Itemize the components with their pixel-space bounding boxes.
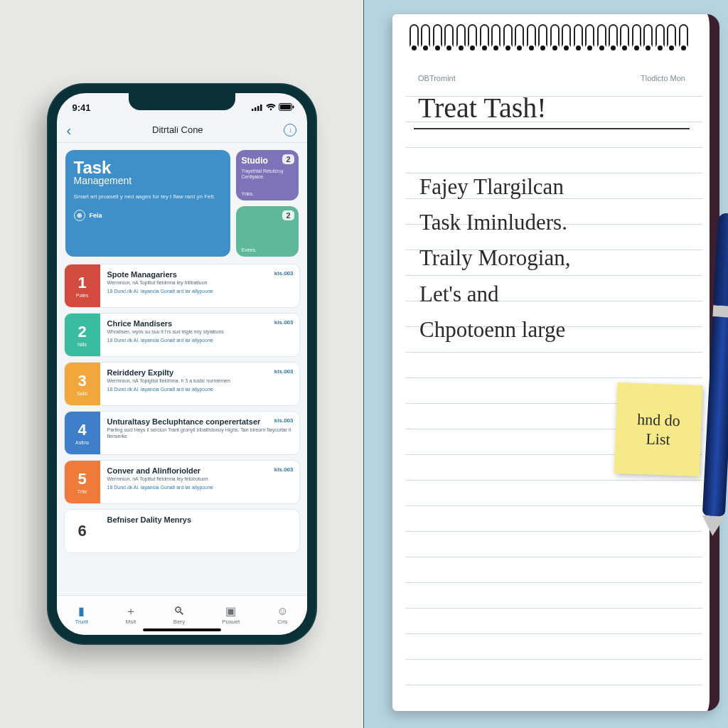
right-panel: OBTromint Tlodicto Mon Treat Tash! Fajey…	[364, 0, 728, 728]
list-number-badge: 3Sails	[65, 363, 100, 405]
phone-screen: 9:41 ‹ Ditrtali Cone ↓	[57, 93, 307, 635]
list-item[interactable]: 4Astins kls.003Unturaltasy Becluphtance …	[64, 411, 300, 455]
svg-rect-0	[252, 109, 254, 111]
tab-profile[interactable]: ☺Cris	[277, 606, 288, 625]
hero-chip[interactable]: ⊕ Feia	[74, 210, 102, 221]
side-badge: 2	[282, 154, 294, 164]
notebook-header-right: Tlodicto Mon	[641, 74, 685, 82]
list-item[interactable]: 1Poles kls.003Spote ManagariersWermnion,…	[64, 264, 300, 308]
side-card-secondary[interactable]: 2 Evees.	[236, 206, 299, 257]
tab-search[interactable]: 🔍︎Bery	[173, 606, 185, 625]
nav-bar: ‹ Ditrtali Cone ↓	[57, 117, 307, 143]
notebook-header-left: OBTromint	[418, 74, 456, 82]
list-number-badge: 4Astins	[65, 412, 100, 454]
hero-row: Task Management Smart art proasell y ned…	[57, 143, 307, 264]
tab-label: Msit	[126, 619, 136, 625]
signal-icon	[252, 102, 263, 113]
grid-icon: ▣	[225, 606, 236, 617]
row-tag: kls.003	[274, 319, 294, 326]
task-list: 1Poles kls.003Spote ManagariersWermnion,…	[57, 264, 307, 553]
row-title: Unturaltasy Becluphtance conperertatser	[107, 417, 294, 426]
list-item[interactable]: 6 Befniser Dality Menrys	[64, 509, 300, 553]
row-title: Befniser Dality Menrys	[107, 515, 294, 524]
svg-rect-2	[257, 106, 259, 111]
hero-title: Task	[74, 159, 222, 176]
side-badge: 2	[282, 210, 294, 220]
list-item[interactable]: 3Sails kls.003Reiriddery ExpiltyWermnion…	[64, 362, 300, 406]
notebook-spiral	[410, 24, 688, 57]
row-desc: Wermnion, nA Topigitut fieldmna. h 3 a t…	[107, 378, 294, 385]
row-meta: 18 Dund.dk Al. layancia Gonalt ard lar a…	[107, 289, 294, 294]
tab-add[interactable]: ＋Msit	[125, 606, 136, 625]
hero-chip-icon: ⊕	[74, 210, 85, 221]
hero-card-task-management[interactable]: Task Management Smart art proasell y ned…	[65, 150, 230, 257]
row-desc: Whratisen, wyns su suu lt l'rs sud trigl…	[107, 329, 294, 336]
svg-rect-5	[280, 105, 291, 109]
back-button[interactable]: ‹	[67, 123, 72, 137]
row-title: Conver and Alinfloriolder	[107, 466, 294, 475]
home-icon: ▮	[78, 606, 85, 617]
status-time: 9:41	[73, 102, 91, 113]
side-desc: Trayethtal Retolicroy Centlyaloe.	[242, 168, 293, 180]
side-card-studio[interactable]: 2 Studio Trayethtal Retolicroy Centlyalo…	[236, 150, 299, 200]
row-desc: Wermnion, nA Topitiut fieldmna ley hitib…	[107, 280, 294, 287]
list-number-badge: 1Poles	[65, 264, 100, 307]
hero-subtitle: Management	[74, 175, 222, 186]
notebook-title-underline	[414, 128, 690, 129]
row-desc: Wermnion, nA Topitiut fieldmna ley fetob…	[107, 476, 294, 483]
row-title: Reiriddery Expilty	[107, 368, 294, 377]
tab-label: Posuet	[222, 619, 240, 625]
row-title: Chrice Mandisers	[107, 319, 294, 328]
left-panel: 9:41 ‹ Ditrtali Cone ↓	[0, 0, 364, 728]
row-meta: 18 Dund.dk Al. layancia Gonalt ard lar a…	[107, 485, 294, 490]
phone-frame: 9:41 ‹ Ditrtali Cone ↓	[47, 83, 317, 645]
side-foot: Evees.	[242, 247, 257, 252]
row-meta: 18 Dund.dk Al. layancia Gonalt ard lar a…	[107, 338, 294, 343]
row-desc: Parling sucl Heys il sercion Trant grony…	[107, 427, 294, 440]
tab-label: Cris	[277, 619, 287, 625]
phone-notch	[129, 93, 235, 110]
search-icon: 🔍︎	[173, 606, 185, 617]
plus-icon: ＋	[125, 606, 136, 617]
row-tag: kls.003	[274, 417, 294, 424]
tab-label: Trunt	[75, 619, 87, 625]
hero-chip-label: Feia	[90, 212, 102, 219]
hero-description: Smart art proasell y ned aages for tey t…	[74, 193, 222, 200]
tab-browse[interactable]: ▣Posuet	[222, 606, 240, 625]
row-tag: kls.003	[274, 368, 294, 375]
row-title: Spote Managariers	[107, 270, 294, 279]
info-button[interactable]: ↓	[284, 124, 296, 136]
home-indicator[interactable]	[143, 628, 221, 631]
list-item[interactable]: 5Trile kls.003Conver and AlinfloriolderW…	[64, 460, 300, 504]
list-number-badge: 2Nilis	[65, 314, 100, 356]
list-item[interactable]: 2Nilis kls.003Chrice MandisersWhratisen,…	[64, 313, 300, 357]
svg-rect-6	[292, 105, 294, 108]
hero-side-column: 2 Studio Trayethtal Retolicroy Centlyalo…	[236, 150, 299, 257]
notebook-body-text: Fajey Tlargilcan Task Iminluders. Traily…	[419, 169, 570, 348]
svg-rect-3	[260, 105, 262, 111]
list-number-badge: 5Trile	[65, 461, 100, 503]
tab-label: Bery	[173, 619, 185, 625]
side-foot: Ynks.	[242, 191, 255, 196]
battery-icon	[279, 102, 294, 113]
notebook-header: OBTromint Tlodicto Mon	[418, 74, 685, 82]
wifi-icon	[266, 102, 276, 113]
nav-title: Ditrtali Cone	[152, 124, 203, 135]
list-number-badge: 6	[65, 510, 100, 552]
tab-home[interactable]: ▮Trunt	[75, 606, 87, 625]
row-tag: kls.003	[274, 466, 294, 473]
row-meta: 18 Dund.dk Al. layancia Gonalt ard lar a…	[107, 387, 294, 392]
svg-rect-1	[255, 107, 257, 111]
notebook: OBTromint Tlodicto Mon Treat Tash! Fajey…	[392, 14, 719, 711]
row-tag: kls.003	[274, 270, 294, 277]
notebook-title: Treat Tash!	[418, 91, 547, 124]
sticky-note[interactable]: hnd do List	[614, 382, 702, 476]
status-icons	[252, 102, 294, 113]
person-icon: ☺	[277, 606, 288, 617]
